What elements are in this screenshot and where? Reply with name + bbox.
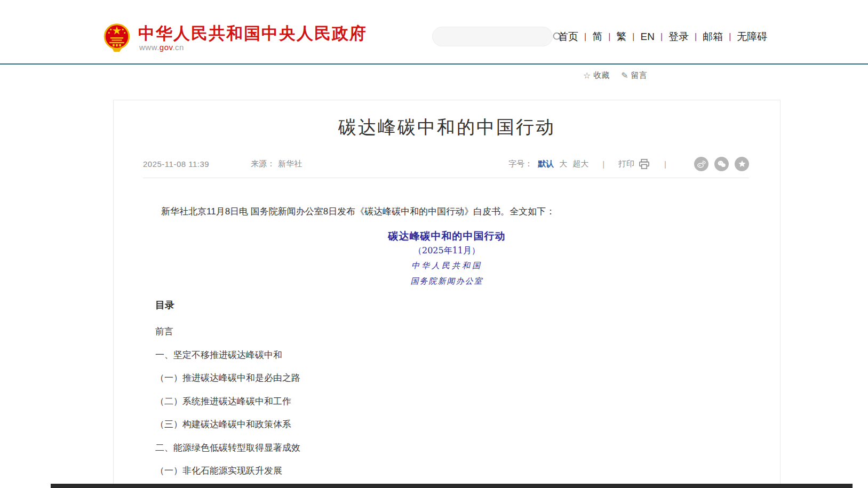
nav-separator: | [729,32,731,42]
share-group [694,157,749,171]
fontsize-xlarge-button[interactable]: 超大 [572,159,588,169]
star-icon [738,159,746,168]
weibo-icon [697,159,706,169]
top-nav: 首页 | 简 | 繁 | EN | 登录 | 邮箱 | 无障碍 [558,27,767,46]
toc-item-section1: 一、坚定不移推进碳达峰碳中和 [155,343,751,367]
nav-item-login[interactable]: 登录 [668,30,689,44]
fontsize-label: 字号： [508,159,532,169]
weibo-share-button[interactable] [694,157,708,171]
print-label: 打印 [618,159,634,169]
toc-item-section1-2: （二）系统推进碳达峰碳中和工作 [155,390,751,413]
source-label: 来源： [251,159,275,169]
toc-item-section1-1: （一）推进碳达峰碳中和是必由之路 [155,366,751,390]
nav-item-mail[interactable]: 邮箱 [703,30,723,44]
toc-list: 前言 一、坚定不移推进碳达峰碳中和 （一）推进碳达峰碳中和是必由之路 （二）系统… [155,320,751,483]
site-url-suffix: .cn [172,43,184,52]
nav-item-simplified[interactable]: 简 [592,30,602,44]
favorite-label: 收藏 [593,70,609,81]
site-logo-link[interactable]: 中华人民共和国中央人民政府 www.gov.cn [103,21,354,53]
wechat-share-button[interactable] [714,157,729,171]
toc-item-section2-1: （一）非化石能源实现跃升发展 [155,459,751,483]
toc-item-preface: 前言 [155,320,751,343]
fontsize-default-button[interactable]: 默认 [538,159,554,169]
document-title: 碳达峰碳中和的中国行动 [114,229,780,243]
message-label: 留言 [631,70,647,81]
pencil-icon: ✎ [621,70,628,81]
nav-separator: | [632,32,634,42]
toc-item-section2: 二、能源绿色低碳转型取得显著成效 [155,436,751,460]
nav-separator: | [608,32,610,42]
fontsize-large-button[interactable]: 大 [559,159,567,169]
star-outline-icon: ☆ [583,70,591,81]
document-issuer-office: 国务院新闻办公室 [114,276,780,286]
article-meta-row: 2025-11-08 11:39 来源： 新华社 字号： 默认 大 超大 | 打… [143,156,749,172]
article-meta-right: 字号： 默认 大 超大 | 打印 | [508,157,749,171]
nav-item-home[interactable]: 首页 [558,30,578,44]
meta-divider [143,178,749,178]
nav-item-traditional[interactable]: 繁 [616,30,626,44]
nav-item-accessibility[interactable]: 无障碍 [737,30,767,44]
national-emblem-icon [103,22,131,53]
printer-icon [638,158,650,170]
site-header: 中华人民共和国中央人民政府 www.gov.cn 首页 | 简 | 繁 | EN… [0,0,868,65]
site-url-prefix: www. [139,43,160,52]
article-card: 碳达峰碳中和的中国行动 2025-11-08 11:39 来源： 新华社 字号：… [113,100,781,488]
document-date: （2025年11月） [114,245,780,257]
nav-separator: | [695,32,697,42]
source-value: 新华社 [278,159,302,169]
nav-item-english[interactable]: EN [640,31,654,43]
article-meta-left: 2025-11-08 11:39 来源： 新华社 [143,159,302,169]
document-issuer-country: 中华人民共和国 [114,261,780,271]
qzone-share-button[interactable] [735,157,749,171]
nav-separator: | [660,32,663,42]
article-title: 碳达峰碳中和的中国行动 [114,115,780,140]
footer-top-bar [51,484,853,488]
meta-separator: | [664,159,666,169]
lead-paragraph: 新华社北京11月8日电 国务院新闻办公室8日发布《碳达峰碳中和的中国行动》白皮书… [143,205,751,219]
toc-heading: 目录 [155,299,174,311]
search-input[interactable] [433,27,552,46]
nav-separator: | [584,32,586,42]
message-button[interactable]: ✎ 留言 [621,70,647,81]
site-url-gov: gov [160,43,173,52]
wechat-icon [717,159,726,169]
search-box [432,27,553,46]
page-actions: ☆ 收藏 ✎ 留言 [583,70,647,81]
print-button[interactable]: 打印 [618,158,650,170]
site-title: 中华人民共和国中央人民政府 [138,22,367,45]
article-date: 2025-11-08 11:39 [143,159,209,169]
toc-item-section1-3: （三）构建碳达峰碳中和政策体系 [155,413,751,436]
favorite-button[interactable]: ☆ 收藏 [583,70,609,81]
meta-separator: | [602,159,604,169]
site-url: www.gov.cn [139,43,184,52]
header-divider [0,63,868,65]
